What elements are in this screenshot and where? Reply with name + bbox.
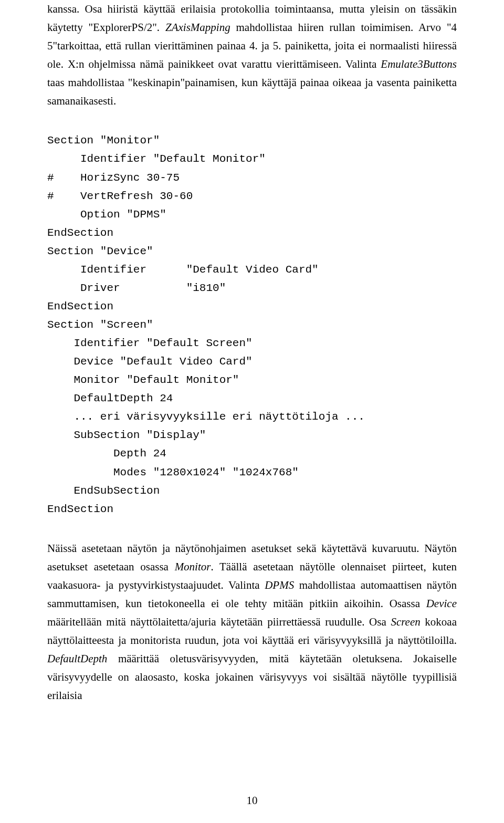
p2-seg6: määrittää oletusvärisyvyyden, mitä käyte…	[47, 652, 457, 702]
p1-seg3: taas mahdollistaa "keskinapin"painamisen…	[47, 76, 457, 107]
p2-italic1: Monitor	[175, 560, 211, 573]
p2-seg4: määritellään mitä näyttölaitetta/ajuria …	[47, 616, 391, 628]
p2-italic4: Screen	[391, 616, 420, 628]
p2-italic3: Device	[426, 597, 457, 610]
p2-italic2: DPMS	[265, 579, 294, 591]
p1-italic2: Emulate3Buttons	[381, 58, 457, 70]
paragraph-1: kanssa. Osa hiiristä käyttää erilaisia p…	[47, 0, 457, 110]
p2-italic5: DefaultDepth	[47, 652, 107, 665]
page: kanssa. Osa hiiristä käyttää erilaisia p…	[0, 0, 504, 823]
page-number: 10	[0, 794, 504, 807]
paragraph-2: Näissä asetetaan näytön ja näytönohjaime…	[47, 539, 457, 705]
p1-italic1: ZAxisMapping	[165, 21, 230, 34]
code-block: Section "Monitor" Identifier "Default Mo…	[47, 131, 457, 518]
